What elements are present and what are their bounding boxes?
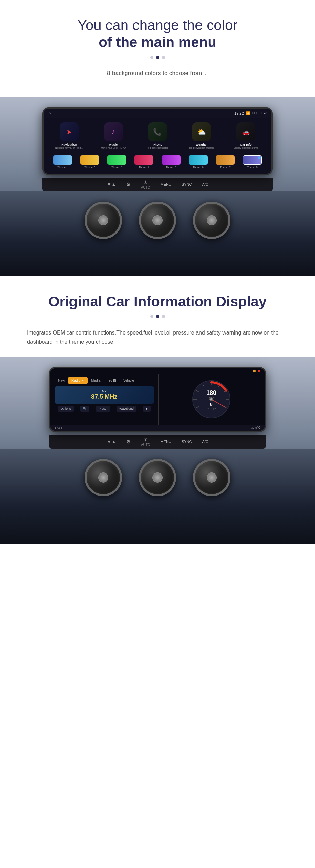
vent-inner-right: [207, 215, 217, 225]
music-sublabel: Move Your Body - MYO: [101, 147, 126, 149]
gauge-svg: 180 km/h 6 X1000 rpm: [189, 377, 233, 421]
temp-display: 37.5℃: [251, 426, 260, 429]
vents-row-1: [85, 202, 230, 239]
theme-swatch-4: [134, 155, 153, 165]
theme-item-7[interactable]: Theme 7: [216, 155, 235, 169]
theme-swatch-2: [80, 155, 99, 165]
warning-bar: [50, 368, 265, 374]
phone-icon: 📞: [153, 128, 162, 136]
phone-label: Phone: [153, 143, 162, 146]
car-icon-circle: 🚗: [236, 122, 255, 141]
ctrl-sync[interactable]: SYNC: [182, 182, 192, 186]
screen-content-1: ➤ Navigation Navigate for you in real ti…: [44, 118, 271, 174]
theme-swatch-1: [53, 155, 72, 165]
radio-btn-waveband[interactable]: Waveband: [117, 406, 136, 412]
theme-item-6[interactable]: Theme 6: [189, 155, 208, 169]
theme-label-4: Theme 4: [139, 166, 149, 169]
radio-tab-icon: ▲: [81, 379, 84, 382]
radio-btn-play[interactable]: ▶: [143, 406, 151, 412]
theme-item-2[interactable]: Theme 2: [80, 155, 99, 169]
theme-swatch-3: [107, 155, 126, 165]
theme-swatch-8: [243, 155, 262, 165]
nav-tabs: Navi Radio ▲ Media Tel/☎ Vehicle: [55, 377, 154, 384]
back-icon: ↩: [264, 111, 267, 115]
ctrl-ac[interactable]: A/C: [202, 182, 208, 186]
car-photo-bg-1: ⌂ 19:22 📶 HD ☐ ↩ ➤ Navigation Nav: [0, 97, 315, 276]
ctrl2-fan[interactable]: ①AUTO: [141, 437, 150, 447]
weather-sublabel: Toggle weather interface: [189, 147, 214, 149]
dot2-3: [162, 315, 165, 318]
themes-row: Theme 1 Theme 2 Theme 3 Theme 4: [47, 154, 268, 171]
nav-label: Navigation: [61, 143, 77, 146]
screen-device-2: Navi Radio ▲ Media Tel/☎ Vehicle MY 87.5…: [49, 367, 266, 432]
hd-badge: HD: [252, 111, 257, 115]
ctrl-fan[interactable]: ①AUTO: [141, 180, 150, 189]
vent2-inner-left: [98, 472, 108, 483]
app-item-phone[interactable]: 📞 Phone No phone connected: [141, 122, 174, 149]
theme-item-8[interactable]: Theme 8: [243, 155, 262, 169]
radio-panel: Navi Radio ▲ Media Tel/☎ Vehicle MY 87.5…: [50, 374, 159, 425]
app-item-weather[interactable]: ⛅ Weather Toggle weather interface: [185, 122, 218, 149]
vent-center: [139, 202, 176, 239]
phone-sublabel: No phone connected: [147, 147, 169, 149]
tab-tel[interactable]: Tel/☎: [104, 377, 120, 384]
ctrl2-menu[interactable]: MENU: [161, 440, 171, 444]
vent-inner-left: [98, 215, 108, 225]
theme-label-6: Theme 6: [193, 166, 204, 169]
dot-3: [162, 56, 165, 59]
radio-btn-search[interactable]: 🔍: [80, 406, 89, 412]
screen-topbar-1: ⌂ 19:22 📶 HD ☐ ↩: [44, 109, 271, 118]
theme-item-4[interactable]: Theme 4: [134, 155, 153, 169]
vent2-left: [85, 459, 122, 496]
theme-label-5: Theme 5: [166, 166, 176, 169]
radio-tab-label: Radio: [71, 379, 80, 382]
tab-navi[interactable]: Navi: [55, 377, 68, 384]
nav-icon-circle: ➤: [60, 122, 79, 141]
ctrl2-ac[interactable]: A/C: [202, 440, 208, 444]
radio-btn-options[interactable]: Options: [58, 406, 74, 412]
wifi-icon: 📶: [246, 111, 250, 115]
nav-sublabel: Navigate for you in real ti...: [55, 147, 83, 149]
svg-text:6: 6: [210, 402, 213, 407]
vent2-center: [139, 459, 176, 496]
radio-btn-preset[interactable]: Preset: [96, 406, 110, 412]
tab-media[interactable]: Media: [88, 377, 104, 384]
speed-gauge: 180 km/h 6 X1000 rpm: [189, 377, 233, 421]
theme-item-5[interactable]: Theme 5: [162, 155, 181, 169]
app-item-navigation[interactable]: ➤ Navigation Navigate for you in real ti…: [52, 122, 86, 149]
tab-radio[interactable]: Radio ▲: [68, 377, 88, 384]
radio-channel-label: MY: [59, 390, 149, 393]
ctrl2-settings[interactable]: ⚙: [126, 439, 131, 444]
theme-swatch-5: [162, 155, 181, 165]
ctrl-vol[interactable]: ▼▲: [107, 182, 116, 187]
svg-text:km/h: km/h: [209, 396, 214, 399]
dot2-1: [150, 315, 153, 318]
section-color-change: You can change the color of the main men…: [0, 0, 315, 97]
vent-left: [85, 202, 122, 239]
screen-device-1: ⌂ 19:22 📶 HD ☐ ↩ ➤ Navigation Nav: [42, 107, 273, 175]
app-item-car[interactable]: 🚗 Car Info Display original car info: [229, 122, 263, 149]
vent-inner-center: [152, 215, 163, 225]
subtitle-text: 8 background colors to choose from，: [27, 69, 288, 77]
ctrl-settings[interactable]: ⚙: [126, 182, 131, 187]
theme-item-1[interactable]: Theme 1: [53, 155, 72, 169]
ctrl2-vol[interactable]: ▼▲: [107, 439, 116, 444]
music-label: Music: [109, 143, 118, 146]
ctrl2-sync[interactable]: SYNC: [182, 440, 192, 444]
page-title: You can change the color of the main men…: [27, 17, 288, 51]
app-item-music[interactable]: ♪ Music Move Your Body - MYO: [97, 122, 130, 149]
screen-icon: ☐: [259, 111, 262, 115]
theme-label-8: Theme 8: [247, 166, 258, 169]
car-interior-2: [0, 449, 315, 544]
dots-indicator: [27, 56, 288, 59]
tab-vehicle[interactable]: Vehicle: [120, 377, 138, 384]
ctrl-menu[interactable]: MENU: [161, 182, 171, 186]
svg-text:180: 180: [206, 389, 216, 396]
dot2-2: [156, 315, 159, 318]
car-photo-bg-2: Navi Radio ▲ Media Tel/☎ Vehicle MY 87.5…: [0, 357, 315, 544]
radio-controls: Options 🔍 Preset Waveband ▶: [55, 406, 154, 412]
theme-item-3[interactable]: Theme 3: [107, 155, 126, 169]
car-screen-wrapper-2: Navi Radio ▲ Media Tel/☎ Vehicle MY 87.5…: [0, 357, 315, 544]
weather-label: Weather: [196, 143, 208, 146]
car-screen-wrapper-1: ⌂ 19:22 📶 HD ☐ ↩ ➤ Navigation Nav: [0, 97, 315, 276]
